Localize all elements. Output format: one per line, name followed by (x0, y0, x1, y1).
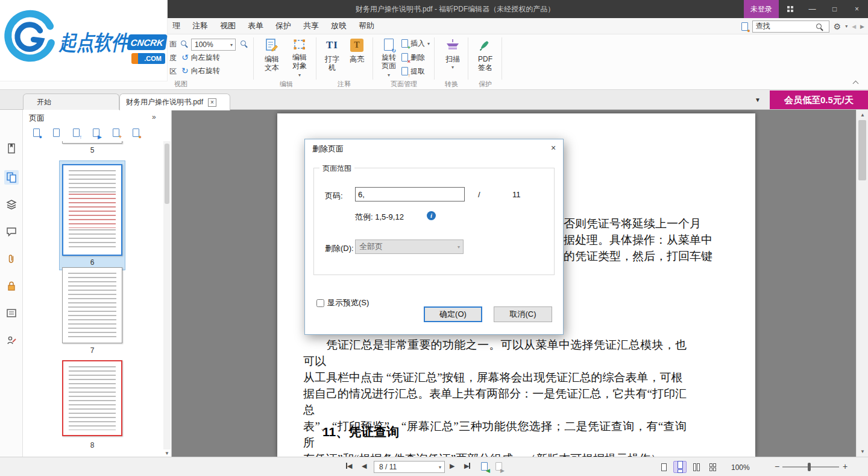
chevron-down-icon: ▾ (388, 72, 390, 78)
attachments-panel-icon[interactable] (4, 252, 19, 266)
highlight-button[interactable]: T 高亮 (345, 36, 369, 80)
rotate-right-button[interactable]: ↻ 向右旋转 (181, 65, 220, 76)
chevron-down-icon: ▾ (228, 42, 235, 48)
typewriter-button[interactable]: TI 打字机 (321, 36, 344, 80)
scrollbar-thumb[interactable] (165, 144, 169, 204)
zoom-slider[interactable] (782, 466, 839, 468)
page-thumbnail-8-current[interactable] (62, 360, 122, 436)
next-view-icon[interactable]: ▶ (495, 462, 502, 472)
delete-mode-label: 删除(D): (325, 243, 354, 254)
form-fields-panel-icon[interactable] (4, 306, 19, 320)
tab-close-icon[interactable]: × (208, 98, 216, 107)
pdf-sign-button[interactable]: PDF签名 (471, 36, 499, 80)
zoom-in-button[interactable]: + (843, 462, 848, 471)
continuous-view-icon[interactable] (673, 461, 687, 473)
insert-pages-button[interactable]: + 插入 ▾ (401, 38, 434, 49)
signature-panel-icon[interactable] (4, 333, 19, 347)
menu-item-share[interactable]: 共享 (297, 18, 325, 34)
dialog-close-icon[interactable]: × (545, 141, 562, 154)
menu-item-view[interactable]: 视图 (214, 18, 242, 34)
edit-text-button[interactable]: 编辑文本 (258, 36, 286, 80)
menu-item-comment[interactable]: 注释 (186, 18, 214, 34)
pages-panel-scrollbar[interactable] (163, 141, 171, 449)
page-thumbnail-6-selected[interactable] (62, 164, 122, 256)
membership-promo-banner[interactable]: 会员低至0.5元/天 (770, 90, 868, 109)
edit-object-button[interactable]: 编辑对象▾ (286, 36, 313, 80)
page-thumbnail-5[interactable] (62, 141, 122, 144)
menu-item-help[interactable]: 帮助 (353, 18, 380, 34)
search-icon[interactable] (816, 24, 822, 29)
ok-button[interactable]: 确定(O) (424, 306, 482, 322)
zoom-level-select[interactable]: 100% ▾ (191, 39, 236, 51)
minimize-button[interactable]: — (801, 0, 823, 18)
scroll-down-icon[interactable]: ▼ (163, 451, 171, 456)
document-section-heading: 11、凭证查询 (322, 424, 399, 440)
panel-expand-icon[interactable]: » (152, 113, 156, 121)
rotate-pages-button[interactable]: ↻ 旋转页面▾ (376, 36, 401, 80)
rotate-right-icon: ↻ (181, 66, 189, 75)
gear-caret-icon[interactable]: ▾ (845, 24, 848, 29)
scroll-up-icon[interactable]: ▲ (857, 112, 868, 118)
delete-pages-button[interactable]: × 删除 (401, 52, 434, 63)
comments-panel-icon[interactable] (4, 224, 19, 239)
close-button[interactable]: × (846, 0, 868, 18)
thumbnail-zoom-icon[interactable]: ● (33, 129, 40, 139)
security-panel-icon[interactable] (4, 279, 19, 293)
menu-item-protect[interactable]: 保护 (269, 18, 297, 34)
page-thumbnail-7[interactable] (62, 267, 122, 343)
page-import-icon[interactable]: ▶ (93, 129, 99, 139)
extract-pages-button[interactable]: ↑ 提取 (401, 66, 434, 77)
page-range-input[interactable] (355, 187, 465, 202)
page-indicator-select[interactable]: 8 / 11 ▾ (374, 461, 445, 473)
zoom-in-icon[interactable] (241, 40, 246, 46)
show-preview-checkbox[interactable] (316, 299, 324, 307)
page-thumbnails-panel-icon[interactable] (4, 170, 19, 185)
first-page-button[interactable]: ◀ (346, 462, 352, 470)
page-settings-icon[interactable]: ● (133, 129, 139, 139)
apps-grid-icon[interactable] (779, 0, 801, 18)
next-page-button[interactable]: ▶ (450, 462, 454, 470)
menu-item-form[interactable]: 表单 (242, 18, 269, 34)
document-scrollbar[interactable]: ▲ ▼ (856, 110, 868, 457)
previous-page-button[interactable]: ◀ (362, 462, 366, 470)
scan-button[interactable]: 扫描▾ (440, 36, 465, 80)
login-button[interactable]: 未登录 (744, 0, 779, 18)
zoom-out-button[interactable]: − (775, 462, 779, 471)
two-page-continuous-view-icon[interactable] (706, 461, 719, 473)
bookmarks-panel-icon[interactable] (4, 141, 19, 156)
scroll-down-icon[interactable]: ▼ (857, 449, 868, 454)
extract-page-icon: ↑ (401, 67, 408, 75)
ribbon-collapse-icon[interactable] (853, 81, 859, 87)
zoom-percentage[interactable]: 100% (731, 463, 750, 472)
layers-panel-icon[interactable] (4, 197, 19, 212)
menu-item-present[interactable]: 放映 (325, 18, 353, 34)
single-page-view-icon[interactable] (657, 461, 670, 473)
search-input[interactable] (756, 22, 816, 31)
two-page-view-icon[interactable] (690, 461, 703, 473)
zoom-slider-thumb[interactable] (808, 463, 811, 471)
rotate-left-icon: ↺ (181, 53, 189, 62)
cancel-button[interactable]: 取消(C) (494, 306, 552, 322)
menu-item-manage[interactable]: 理 (166, 18, 186, 34)
tab-active-document[interactable]: 财务用户操作说明书.pdf × (119, 94, 230, 110)
tab-start[interactable]: 开始 (23, 94, 119, 110)
page-copy-icon[interactable] (53, 129, 60, 139)
last-page-button[interactable]: ▶ (464, 462, 470, 470)
rotate-left-button[interactable]: ↺ 向左旋转 (181, 52, 220, 63)
doc-search-icon[interactable]: ● (741, 22, 748, 31)
zoom-out-icon[interactable] (181, 40, 186, 46)
nav-back-icon[interactable]: ◀ (852, 24, 856, 30)
previous-view-icon[interactable]: ◀ (481, 462, 488, 472)
highlight-icon: T (350, 39, 363, 52)
tab-list-dropdown-icon[interactable]: ▼ (755, 97, 761, 103)
maximize-button[interactable]: □ (823, 0, 846, 18)
scrollbar-thumb[interactable] (858, 120, 866, 180)
page-export-icon[interactable]: ↑ (73, 129, 80, 139)
ribbon-group-convert: 转换 (435, 80, 468, 89)
gear-icon[interactable]: ⚙ (834, 22, 841, 31)
nav-forward-icon[interactable]: ▶ (860, 24, 864, 30)
range-example-text: 范例: 1,5-9,12 (355, 212, 404, 223)
info-icon[interactable]: i (427, 211, 436, 220)
new-page-icon[interactable]: + (113, 129, 119, 139)
delete-mode-select[interactable]: 全部页 ▾ (355, 240, 464, 254)
